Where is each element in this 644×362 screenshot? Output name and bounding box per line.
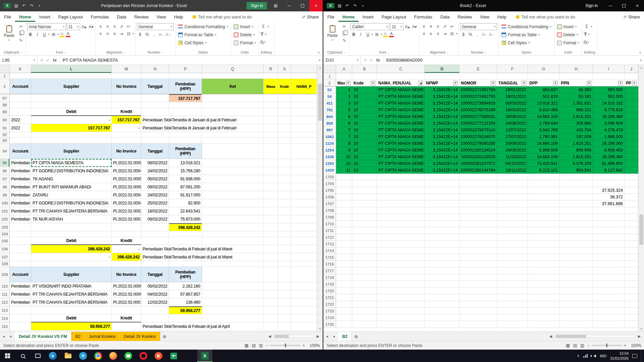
tab-formulas[interactable]: Formulas — [410, 12, 436, 22]
cell[interactable] — [625, 120, 638, 127]
cell[interactable]: 10 — [352, 154, 377, 160]
cell[interactable] — [264, 290, 278, 298]
cell[interactable]: 1.301.831 — [559, 100, 593, 107]
row-header[interactable]: 114 — [0, 314, 10, 322]
align-top-icon[interactable]: ≡ — [97, 23, 104, 29]
indent-icon[interactable]: ⇥ — [442, 31, 448, 37]
align-middle-icon[interactable]: ≡ — [104, 23, 111, 29]
cell[interactable]: 1.790.991 — [528, 133, 559, 140]
cell[interactable] — [278, 102, 291, 108]
sheet-tab[interactable]: B2 — [71, 332, 85, 341]
cell[interactable]: 6.659.453 — [593, 147, 625, 154]
cell[interactable]: 2022 — [10, 116, 31, 124]
column-header[interactable]: E — [460, 65, 497, 73]
cell[interactable]: Pembelian (HPP) — [169, 267, 202, 282]
cell[interactable] — [593, 254, 625, 261]
cell[interactable]: 3,15422E+14 — [425, 93, 460, 100]
dialog-launcher-icon[interactable]: ⌟ — [447, 51, 448, 54]
cell[interactable]: PT CIPTA NIAGA SEMESTA — [377, 86, 425, 93]
cell[interactable] — [425, 274, 460, 281]
dialog-launcher-icon[interactable]: ⌟ — [387, 51, 389, 54]
cell[interactable] — [264, 132, 278, 138]
cell[interactable] — [377, 267, 425, 274]
cell[interactable]: Account — [10, 267, 31, 282]
cell[interactable]: 8.223.101 — [528, 167, 559, 174]
cell[interactable] — [10, 102, 31, 108]
font-size-select[interactable]: 11▾ — [67, 23, 80, 30]
row-header[interactable]: 1707 — [323, 200, 336, 207]
cell[interactable] — [625, 207, 638, 214]
increase-decimal-icon[interactable]: .0← — [481, 31, 488, 38]
align-middle-icon[interactable]: ≡ — [428, 23, 434, 29]
column-header[interactable]: Q — [202, 65, 264, 73]
cell[interactable]: - — [31, 253, 112, 261]
cell[interactable]: 05/03/2022 — [497, 100, 528, 107]
cell[interactable]: 3,15422E+14 — [425, 133, 460, 140]
cell[interactable] — [559, 207, 593, 214]
cell[interactable] — [31, 261, 112, 267]
cell[interactable] — [202, 207, 264, 215]
cell[interactable]: 24/02/2022 — [141, 167, 169, 175]
cell[interactable]: Persediaan StokTersedia di Januari di ju… — [141, 116, 169, 124]
cell[interactable]: 57.657.657 — [169, 290, 202, 298]
cell[interactable] — [10, 322, 31, 330]
cell[interactable] — [559, 301, 593, 308]
cell[interactable] — [141, 231, 169, 237]
cell[interactable] — [377, 174, 425, 180]
row-header[interactable]: 1705 — [323, 187, 336, 194]
tab-view[interactable]: View — [476, 12, 493, 22]
cell[interactable]: Pembelian — [10, 282, 31, 290]
cell[interactable] — [497, 194, 528, 200]
cell[interactable] — [625, 174, 638, 180]
cell[interactable] — [141, 138, 169, 143]
cell[interactable] — [528, 321, 559, 328]
cell[interactable] — [112, 132, 141, 138]
row-header[interactable]: 111 — [0, 290, 10, 298]
autosum-button[interactable]: Σ▾ — [260, 23, 272, 30]
row-header[interactable]: 1336 — [323, 154, 336, 160]
cell[interactable] — [278, 267, 291, 282]
cell[interactable] — [278, 306, 291, 314]
add-sheet-button[interactable]: ⊕ — [352, 332, 361, 341]
cell[interactable] — [202, 143, 264, 159]
cell[interactable] — [141, 314, 169, 322]
share-button[interactable]: ⇗Share — [623, 14, 640, 19]
cell[interactable] — [625, 247, 638, 254]
taskbar-icon-firefox[interactable] — [106, 350, 121, 362]
cell[interactable] — [264, 298, 278, 306]
row-header[interactable]: 2 — [0, 79, 10, 94]
cell[interactable] — [278, 143, 291, 159]
cell[interactable] — [278, 167, 291, 175]
column-header[interactable]: K — [10, 65, 31, 73]
fill-color-icon[interactable]: ◇ — [59, 32, 65, 37]
row-header[interactable]: 105 — [0, 237, 10, 245]
orientation-icon[interactable]: ⇗ — [118, 23, 125, 29]
cell[interactable]: Persediaan StokTersedia di Febuari di ju… — [141, 253, 169, 261]
borders-icon[interactable]: ⊞ — [50, 31, 57, 38]
cell[interactable] — [202, 108, 264, 116]
expand-formula-bar-icon[interactable]: ▾ — [317, 56, 323, 65]
cell[interactable] — [528, 73, 559, 80]
cell[interactable] — [112, 322, 141, 330]
cell[interactable] — [528, 234, 559, 241]
row-header[interactable]: 89 — [0, 108, 10, 116]
vertical-scrollbar[interactable]: ▴ ▾ — [638, 65, 644, 331]
spreadsheet-grid[interactable]: ABCDEFGHIJ12Masa▾Kode▾NAMA_PENJUAL◢NPWP▾… — [323, 65, 638, 331]
delete-cells-button[interactable]: Delete▾ — [232, 31, 257, 38]
cell[interactable]: 3.096.504 — [593, 120, 625, 127]
filter-dropdown-icon[interactable]: ▾ — [587, 81, 591, 85]
cell[interactable] — [352, 187, 377, 194]
scroll-up-icon[interactable]: ▴ — [319, 65, 321, 70]
italic-button[interactable]: I — [358, 31, 364, 38]
cell[interactable] — [202, 73, 264, 79]
cell[interactable]: 08/02/2022 — [141, 159, 169, 167]
cell[interactable]: 16.299.360 — [593, 113, 625, 120]
cell[interactable] — [278, 282, 291, 290]
cell[interactable] — [559, 288, 593, 294]
cell[interactable] — [460, 214, 497, 221]
cell[interactable]: Debit — [31, 108, 112, 116]
cell[interactable] — [278, 175, 291, 183]
cell[interactable] — [202, 215, 264, 223]
decrease-decimal-icon[interactable]: .0→ — [488, 31, 495, 38]
tab-home[interactable]: Home — [338, 12, 359, 22]
